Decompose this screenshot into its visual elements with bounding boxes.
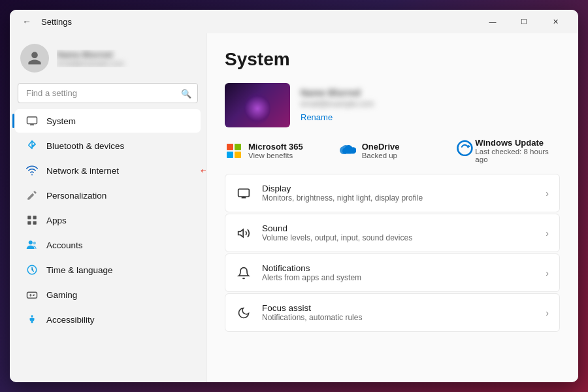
hero-account-email: email@example.com [301,99,560,108]
notifications-text: Notifications Alerts from apps and syste… [262,263,535,282]
sidebar-item-accessibility[interactable]: Accessibility [15,308,201,331]
svg-rect-3 [27,221,31,225]
focus-desc: Notifications, automatic rules [262,313,535,322]
sidebar-item-personalization[interactable]: Personalization [15,184,201,207]
focus-text: Focus assist Notifications, automatic ru… [262,303,535,322]
winupdate-icon [451,142,470,160]
notifications-icon [236,265,252,281]
sound-text: Sound Volume levels, output, input, soun… [262,223,535,242]
sidebar-item-label: Personalization [46,191,106,201]
ms365-name: Microsoft 365 [248,142,303,152]
display-icon [236,186,252,201]
onedrive-sub: Backed up [362,152,400,159]
svg-point-9 [31,315,33,317]
svg-point-5 [29,240,33,244]
display-chevron: › [546,188,549,199]
search-icon: 🔍 [181,88,191,98]
settings-row-display[interactable]: Display Monitors, brightness, night ligh… [225,174,560,212]
sidebar-item-label: Network & internet [46,166,119,176]
close-button[interactable]: ✕ [540,11,570,32]
sound-desc: Volume levels, output, input, sound devi… [262,233,535,242]
sidebar-item-label: Apps [46,216,67,225]
hero-card: Name Blurred email@example.com Rename [225,83,560,127]
svg-marker-12 [238,229,244,237]
settings-row-notifications[interactable]: Notifications Alerts from apps and syste… [225,253,560,292]
onedrive-text: OneDrive Backed up [362,142,400,159]
main-content: System Name Blurred email@example.com Re… [206,33,578,382]
avatar [20,44,49,73]
annotation-arrow: ← [198,162,206,179]
user-profile: Name Blurred email@example.com [10,33,206,80]
accessibility-icon [25,313,39,326]
settings-window: ← Settings — ☐ ✕ Name Blurred email@exam… [10,10,578,382]
sidebar-item-label: Bluetooth & devices [46,141,124,151]
sidebar-item-system[interactable]: System [15,109,201,133]
network-icon [25,164,39,177]
sidebar-item-label: Accessibility [46,315,95,325]
wallpaper-glow [244,92,270,125]
settings-row-sound[interactable]: Sound Volume levels, output, input, soun… [225,214,560,252]
notifications-desc: Alerts from apps and system [262,273,535,282]
rename-link[interactable]: Rename [301,112,333,122]
hero-thumbnail [225,83,290,127]
svg-rect-0 [27,117,37,124]
gaming-icon [25,288,39,301]
hero-info: Name Blurred email@example.com Rename [301,88,560,123]
sound-chevron: › [546,228,549,238]
window-content: Name Blurred email@example.com 🔍 System [10,33,578,382]
apps-icon [25,214,39,227]
onedrive-icon [338,142,357,160]
sidebar-item-label: Gaming [46,290,77,300]
sidebar-item-bluetooth[interactable]: Bluetooth & devices [15,134,201,157]
focus-chevron: › [546,308,549,318]
maximize-button[interactable]: ☐ [509,11,539,32]
personalization-icon [25,189,39,202]
service-ms365: Microsoft 365 View benefits [225,138,333,163]
winupdate-text: Windows Update Last checked: 8 hours ago [475,138,560,163]
sound-name: Sound [262,223,535,233]
sidebar-item-network[interactable]: Network & internet ← [15,159,201,182]
service-winupdate: Windows Update Last checked: 8 hours ago [451,138,560,163]
ms365-text: Microsoft 365 View benefits [248,142,303,159]
svg-rect-1 [27,216,31,219]
winupdate-name: Windows Update [475,138,560,148]
display-desc: Monitors, brightness, night light, displ… [262,193,535,203]
minimize-button[interactable]: — [478,11,508,32]
sidebar-item-time[interactable]: Time & language [15,258,201,282]
titlebar: ← Settings — ☐ ✕ [10,10,578,33]
sound-icon [236,225,252,241]
notifications-name: Notifications [262,263,535,273]
window-title: Settings [41,17,72,27]
sidebar-item-apps[interactable]: Apps [15,208,201,232]
search-input[interactable] [18,83,198,103]
notifications-chevron: › [546,268,549,278]
search-box: 🔍 [18,83,198,103]
sidebar-item-label: Time & language [46,265,113,275]
display-name: Display [262,184,535,193]
settings-row-focus[interactable]: Focus assist Notifications, automatic ru… [225,293,560,332]
back-button[interactable]: ← [18,12,36,31]
sidebar-item-gaming[interactable]: Gaming [15,283,201,306]
hero-device-name: Name Blurred [301,88,560,98]
settings-list: Display Monitors, brightness, night ligh… [225,174,560,332]
winupdate-sub: Last checked: 8 hours ago [475,148,560,163]
onedrive-name: OneDrive [362,142,400,152]
page-title: System [225,49,560,70]
accounts-icon [25,238,39,252]
ms365-sub: View benefits [248,152,303,159]
user-name: Name Blurred [57,50,195,59]
system-icon [25,114,39,127]
bluetooth-icon [25,139,39,152]
service-onedrive: OneDrive Backed up [338,138,447,163]
ms365-icon [225,142,243,160]
time-icon [25,263,39,276]
svg-rect-8 [27,292,37,298]
focus-name: Focus assist [262,303,535,313]
svg-point-6 [33,242,37,245]
sidebar-item-accounts[interactable]: Accounts [15,233,201,257]
svg-rect-11 [238,189,250,197]
sidebar-item-label: Accounts [46,240,83,250]
user-info: Name Blurred email@example.com [57,50,195,67]
sidebar: Name Blurred email@example.com 🔍 System [10,33,206,382]
display-text: Display Monitors, brightness, night ligh… [262,184,535,203]
